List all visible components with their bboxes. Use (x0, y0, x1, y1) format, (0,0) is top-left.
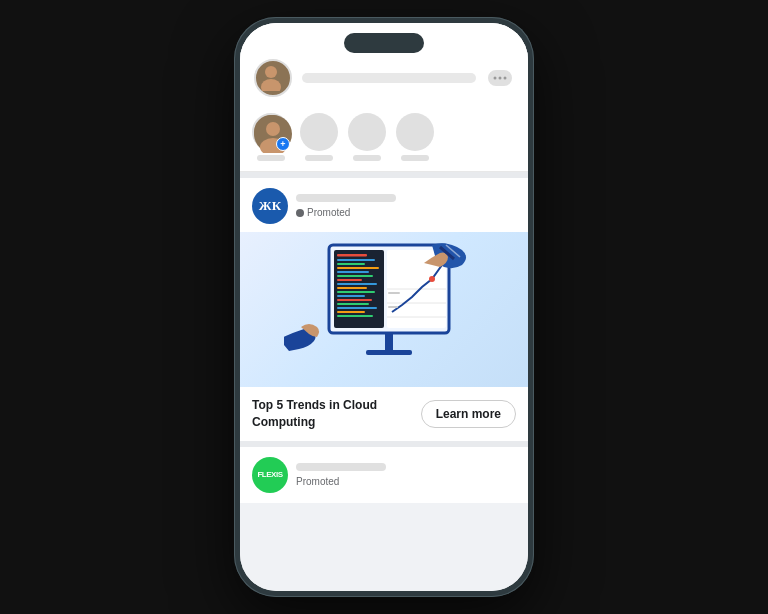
chat-icon[interactable] (486, 67, 514, 89)
chat-dot-1 (494, 77, 497, 80)
svg-rect-15 (337, 287, 367, 289)
app-screen: + (240, 23, 528, 591)
svg-point-27 (429, 276, 435, 282)
svg-rect-7 (337, 254, 367, 257)
svg-rect-12 (337, 275, 373, 277)
user-avatar-icon (256, 61, 286, 91)
phone-screen: + (240, 23, 528, 591)
post-header-1: ЖК Promoted (240, 178, 528, 232)
story-item-4[interactable] (396, 113, 434, 161)
story-label-4 (401, 155, 429, 161)
svg-rect-14 (337, 283, 377, 285)
svg-point-0 (265, 66, 277, 78)
story-item-2[interactable] (300, 113, 338, 161)
advertiser-avatar-2: FLEXIS (252, 457, 288, 493)
story-label-1 (257, 155, 285, 161)
promoted-dot-icon (296, 209, 304, 217)
search-bar-placeholder[interactable] (302, 73, 476, 83)
svg-rect-16 (337, 291, 375, 293)
learn-more-button[interactable]: Learn more (421, 400, 516, 428)
svg-rect-8 (337, 259, 375, 261)
promoted-label-1: Promoted (296, 207, 516, 218)
advertiser-symbol-1: ЖК (259, 198, 281, 214)
stories-row: + (240, 105, 528, 172)
chat-dot-3 (504, 77, 507, 80)
svg-rect-30 (385, 333, 393, 351)
ad-post-1: ЖК Promoted (240, 178, 528, 441)
svg-rect-20 (337, 307, 377, 309)
story-label-3 (353, 155, 381, 161)
svg-rect-9 (337, 263, 365, 265)
ad-image-1 (240, 232, 528, 387)
phone-notch (344, 33, 424, 53)
phone-frame: + (234, 17, 534, 597)
flexis-logo-text: FLEXIS (257, 470, 282, 479)
svg-rect-13 (337, 279, 362, 281)
svg-point-3 (266, 122, 280, 136)
svg-rect-21 (337, 311, 365, 313)
advertiser-avatar-1: ЖК (252, 188, 288, 224)
story-add-button[interactable]: + (276, 137, 290, 151)
svg-rect-17 (337, 295, 365, 297)
advertiser-name-bar-2 (296, 463, 386, 471)
chat-dots (494, 77, 507, 80)
svg-rect-10 (337, 267, 379, 269)
my-story-avatar: + (252, 113, 290, 151)
svg-point-1 (261, 79, 281, 91)
story-add-item[interactable]: + (252, 113, 290, 161)
promoted-label-2: Promoted (296, 476, 516, 487)
svg-rect-11 (337, 271, 369, 273)
post-meta-1: Promoted (296, 194, 516, 218)
promoted-text-1: Promoted (307, 207, 350, 218)
story-avatar-4 (396, 113, 434, 151)
advertiser-name-bar (296, 194, 396, 202)
ad-post-2: FLEXIS Promoted (240, 447, 528, 503)
chat-bubble-icon (488, 70, 512, 86)
story-avatar-2 (300, 113, 338, 151)
ad-bottom-1: Top 5 Trends in Cloud Computing Learn mo… (240, 387, 528, 441)
ad-title-1: Top 5 Trends in Cloud Computing (252, 397, 421, 431)
story-label-2 (305, 155, 333, 161)
chat-dot-2 (499, 77, 502, 80)
svg-rect-18 (337, 299, 372, 301)
post-meta-2: Promoted (296, 463, 516, 487)
svg-rect-22 (337, 315, 373, 317)
ad-illustration (284, 237, 484, 382)
svg-rect-29 (388, 306, 398, 308)
story-item-3[interactable] (348, 113, 386, 161)
story-avatar-3 (348, 113, 386, 151)
user-avatar (254, 59, 292, 97)
svg-rect-19 (337, 303, 369, 305)
svg-rect-28 (388, 292, 400, 294)
svg-rect-31 (366, 350, 412, 355)
